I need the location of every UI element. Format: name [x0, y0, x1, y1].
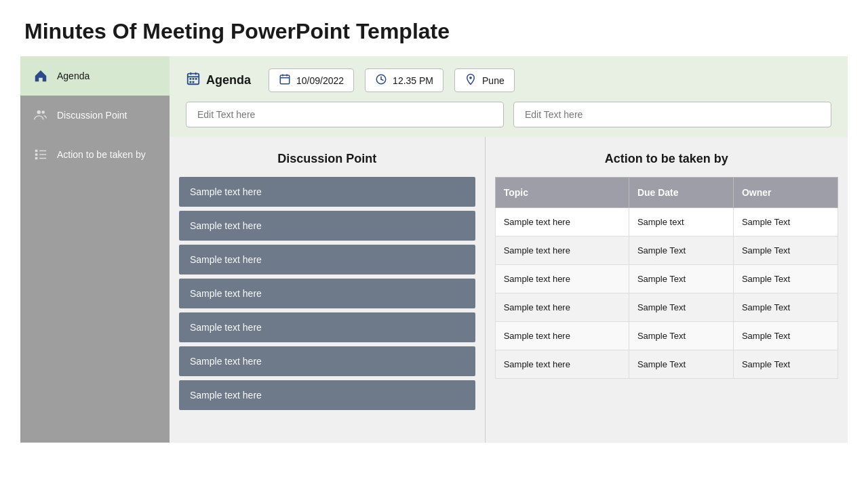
main-container: Agenda Discussion Point: [20, 56, 848, 443]
discussion-rows: Sample text here Sample text here Sample…: [170, 177, 485, 424]
cell-topic: Sample text here: [495, 237, 629, 265]
location-icon: [465, 73, 477, 87]
cell-topic: Sample text here: [495, 293, 629, 322]
sidebar-label-action: Action to be taken by: [57, 149, 146, 160]
discussion-row: Sample text here: [179, 312, 475, 342]
action-panel-title: Action to be taken by: [486, 137, 848, 177]
sidebar-label-discussion: Discussion Point: [57, 110, 127, 121]
svg-rect-4: [35, 157, 38, 160]
people-icon: [33, 108, 49, 123]
svg-rect-2: [35, 150, 38, 152]
discussion-row: Sample text here: [179, 279, 475, 308]
table-row: Sample text here Sample Text Sample Text: [495, 237, 837, 265]
cell-topic: Sample text here: [495, 322, 629, 350]
svg-point-24: [469, 77, 472, 79]
location-value: Pune: [482, 75, 505, 86]
discussion-row: Sample text here: [179, 346, 475, 376]
cell-owner: Sample Text: [733, 208, 837, 237]
cell-topic: Sample text here: [495, 350, 629, 379]
clock-icon: [375, 73, 387, 87]
svg-rect-16: [193, 81, 195, 83]
sidebar-label-agenda: Agenda: [57, 70, 90, 81]
action-panel: Action to be taken by Topic Due Date Own…: [486, 137, 848, 443]
svg-rect-3: [35, 153, 38, 156]
cell-due-date: Sample Text: [629, 237, 733, 265]
date-icon: [279, 73, 291, 87]
cell-due-date: Sample Text: [629, 322, 733, 350]
table-row: Sample text here Sample Text Sample Text: [495, 293, 837, 322]
location-badge: Pune: [454, 68, 515, 92]
discussion-row: Sample text here: [179, 245, 475, 274]
home-icon: [33, 68, 49, 83]
header-input-2[interactable]: [513, 102, 831, 127]
content-area: Agenda 10/09/2022: [170, 56, 848, 443]
time-badge: 12.35 PM: [365, 68, 443, 92]
page-title: Minutes Of Meeting PowerPoint Template: [0, 0, 868, 56]
sidebar-item-agenda[interactable]: Agenda: [20, 56, 170, 96]
table-row: Sample text here Sample Text Sample Text: [495, 322, 837, 350]
cell-owner: Sample Text: [733, 322, 837, 350]
discussion-panel-title: Discussion Point: [170, 137, 485, 177]
col-topic: Topic: [495, 178, 629, 208]
table-row: Sample text here Sample Text Sample Text: [495, 350, 837, 379]
action-table: Topic Due Date Owner Sample text here Sa…: [495, 177, 838, 379]
table-header-row: Topic Due Date Owner: [495, 178, 837, 208]
svg-rect-13: [193, 78, 195, 80]
cell-owner: Sample Text: [733, 350, 837, 379]
discussion-row: Sample text here: [179, 177, 475, 207]
header-title: Agenda: [206, 73, 251, 87]
svg-rect-17: [280, 75, 290, 84]
cell-owner: Sample Text: [733, 237, 837, 265]
header-title-group: Agenda: [186, 71, 251, 89]
col-due-date: Due Date: [629, 178, 733, 208]
cell-due-date: Sample Text: [629, 293, 733, 322]
table-row: Sample text here Sample text Sample Text: [495, 208, 837, 237]
cell-topic: Sample text here: [495, 208, 629, 237]
header-inputs: [186, 102, 831, 127]
cell-owner: Sample Text: [733, 265, 837, 293]
sidebar: Agenda Discussion Point: [20, 56, 170, 443]
header-input-1[interactable]: [186, 102, 504, 127]
discussion-panel: Discussion Point Sample text here Sample…: [170, 137, 486, 443]
svg-rect-15: [190, 81, 192, 83]
date-value: 10/09/2022: [296, 75, 344, 86]
cell-due-date: Sample text: [629, 208, 733, 237]
header-top: Agenda 10/09/2022: [186, 68, 831, 92]
sidebar-item-discussion[interactable]: Discussion Point: [20, 96, 170, 135]
table-row: Sample text here Sample Text Sample Text: [495, 265, 837, 293]
discussion-row: Sample text here: [179, 380, 475, 410]
cell-owner: Sample Text: [733, 293, 837, 322]
svg-rect-14: [195, 78, 197, 80]
calendar-grid-icon: [186, 71, 201, 89]
header-section: Agenda 10/09/2022: [170, 56, 848, 137]
cell-due-date: Sample Text: [629, 265, 733, 293]
tables-section: Discussion Point Sample text here Sample…: [170, 137, 848, 443]
cell-topic: Sample text here: [495, 265, 629, 293]
date-badge: 10/09/2022: [269, 68, 354, 92]
sidebar-item-action[interactable]: Action to be taken by: [20, 135, 170, 174]
discussion-row: Sample text here: [179, 211, 475, 241]
svg-line-23: [381, 79, 383, 81]
col-owner: Owner: [733, 178, 837, 208]
svg-rect-12: [190, 78, 192, 80]
svg-point-0: [37, 110, 41, 115]
cell-due-date: Sample Text: [629, 350, 733, 379]
time-value: 12.35 PM: [393, 75, 433, 86]
svg-point-1: [41, 110, 45, 114]
list-icon: [33, 147, 49, 162]
